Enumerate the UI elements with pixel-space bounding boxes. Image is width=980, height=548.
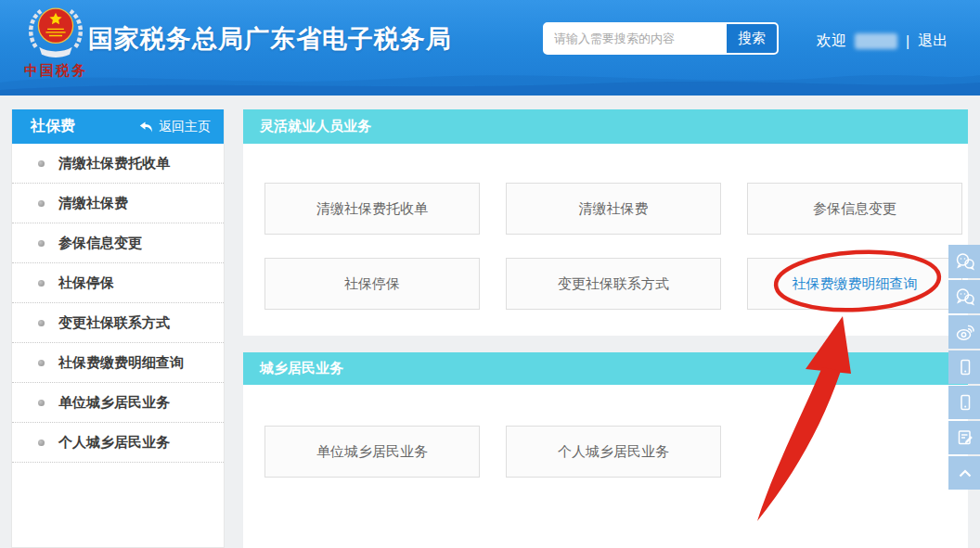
page: 中国税务 国家税务总局广东省电子税务局 搜索 欢迎 | 退出 社保费 返回主页 [0,0,980,548]
user-bar: 欢迎 | 退出 [817,32,948,51]
mountain-silhouette-decoration [0,55,980,96]
grid-button-qingjiao-shebaofei[interactable]: 清缴社保费 [506,183,721,235]
sidebar-item-qingjiao-shebaofei[interactable]: 清缴社保费 [12,184,224,223]
section-header-flexible-employment: 灵活就业人员业务 [243,109,968,144]
china-tax-emblem-icon [19,3,93,60]
back-to-home-link[interactable]: 返回主页 [139,119,211,135]
bullet-icon [38,200,45,207]
section-body-urban-rural-residents: 单位城乡居民业务 个人城乡居民业务 [243,385,968,548]
bullet-icon [38,240,45,247]
back-to-top-icon[interactable] [948,456,980,490]
grid-button-canbao-xinxi-biangeng[interactable]: 参保信息变更 [747,183,962,235]
site-logo: 中国税务 [13,3,98,80]
wechat-icon[interactable] [948,245,980,278]
bullet-icon [38,280,45,287]
sidebar-item-geren-chengxiang[interactable]: 个人城乡居民业务 [12,423,224,463]
weibo-icon[interactable] [948,315,980,349]
section-header-urban-rural-residents: 城乡居民业务 [243,352,968,385]
section-body-flexible-employment: 清缴社保费托收单 清缴社保费 参保信息变更 社保停保 变更社保联系方式 社保费缴… [243,144,968,336]
bullet-icon [38,360,45,366]
sidebar-item-biangeng-lianxi-fangshi[interactable]: 变更社保联系方式 [12,303,224,343]
bullet-icon [38,400,45,406]
sidebar-item-qingjiao-tuoshoudan[interactable]: 清缴社保费托收单 [12,144,224,184]
main-content: 灵活就业人员业务 清缴社保费托收单 清缴社保费 参保信息变更 社保停保 变更社保… [243,109,968,548]
welcome-label: 欢迎 [817,32,846,51]
button-row: 单位城乡居民业务 个人城乡居民业务 [243,426,968,478]
bullet-icon [38,440,45,446]
logout-link[interactable]: 退出 [918,32,948,51]
header-search: 搜索 [543,22,779,55]
mobile-phone-icon[interactable] [948,386,980,419]
reply-arrow-icon [139,121,153,133]
mobile-phone-icon[interactable] [948,350,980,384]
top-header: 中国税务 国家税务总局广东省电子税务局 搜索 欢迎 | 退出 [0,0,980,96]
grid-button-jiaofei-mingxi-chaxun-highlighted[interactable]: 社保费缴费明细查询 [747,258,962,310]
username-redacted [855,33,897,49]
button-row: 社保停保 变更社保联系方式 社保费缴费明细查询 [243,258,968,310]
grid-button-qingjiao-tuoshoudan[interactable]: 清缴社保费托收单 [264,183,480,235]
form-edit-icon[interactable] [948,421,980,454]
logo-caption: 中国税务 [13,62,98,80]
sidebar-item-danwei-chengxiang[interactable]: 单位城乡居民业务 [12,383,224,423]
search-button[interactable]: 搜索 [727,24,777,53]
sidebar-title: 社保费 [31,117,75,136]
search-input[interactable] [545,24,727,53]
sidebar-item-jiaofei-mingxi-chaxun[interactable]: 社保费缴费明细查询 [12,343,224,383]
sidebar-item-shebao-tingbao[interactable]: 社保停保 [12,263,224,303]
wechat-icon[interactable] [948,280,980,313]
bullet-icon [38,160,45,167]
back-to-home-label: 返回主页 [159,119,211,135]
site-title: 国家税务总局广东省电子税务局 [88,22,452,56]
grid-button-biangeng-lianxi-fangshi[interactable]: 变更社保联系方式 [506,258,721,310]
grid-button-geren-chengxiang[interactable]: 个人城乡居民业务 [506,426,721,478]
sidebar-header: 社保费 返回主页 [12,109,224,144]
section-gap [243,336,968,352]
button-row: 清缴社保费托收单 清缴社保费 参保信息变更 [243,183,968,235]
sidebar: 社保费 返回主页 清缴社保费托收单 清缴社保费 参保信息变更 社保停保 [11,109,225,548]
separator: | [906,33,909,50]
floating-toolbar [948,245,980,490]
grid-button-danwei-chengxiang[interactable]: 单位城乡居民业务 [264,426,480,478]
grid-button-shebao-tingbao[interactable]: 社保停保 [264,258,480,310]
sidebar-item-canbao-xinxi-biangeng[interactable]: 参保信息变更 [12,223,224,263]
bullet-icon [38,320,45,326]
